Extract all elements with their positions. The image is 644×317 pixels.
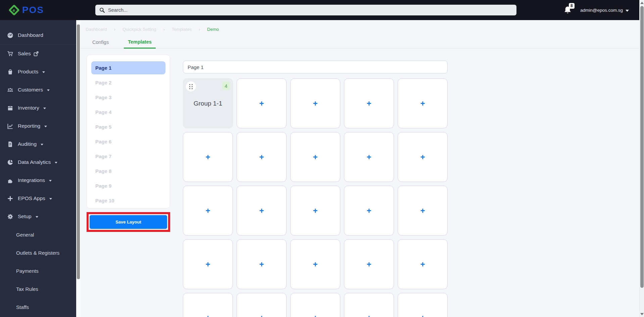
quickpick-grid: 4Group 1-1++++++++++++++++++++++++ (183, 78, 448, 317)
page-list-item-2[interactable]: Page 2 (91, 76, 165, 89)
grid-cell-empty-r4c5[interactable]: + (398, 239, 448, 289)
page-list-item-label: Page 2 (95, 80, 111, 85)
grid-cell-empty-r3c4[interactable]: + (344, 186, 394, 236)
page-list-item-9[interactable]: Page 9 (91, 179, 165, 192)
add-item-plus-icon: + (366, 206, 371, 215)
tab-bar: ConfigsTemplates (81, 36, 639, 49)
epos-logo[interactable]: e POS (10, 0, 44, 20)
plus-icon (7, 195, 13, 202)
grid-cell-empty-r3c3[interactable]: + (290, 186, 340, 236)
grid-cell-empty-r4c2[interactable]: + (237, 239, 287, 289)
grid-cell-empty-r3c2[interactable]: + (237, 186, 287, 236)
sidebar-subitem-tax-rules[interactable]: Tax Rules (0, 280, 76, 298)
breadcrumb-item-demo[interactable]: Demo (207, 27, 219, 32)
sidebar-item-inventory[interactable]: Inventory (0, 99, 76, 117)
grid-cell-empty-r4c4[interactable]: + (344, 239, 394, 289)
notifications-button[interactable]: 8 (564, 6, 572, 14)
sidebar-item-integrations[interactable]: Integrations (0, 171, 76, 189)
add-item-plus-icon: + (420, 152, 425, 162)
dashboard-icon (7, 32, 13, 39)
sidebar-scrollbar-thumb[interactable] (77, 24, 80, 279)
user-email: admin@epos.com.sg (580, 8, 623, 13)
page-list-item-1[interactable]: Page 1 (91, 61, 165, 74)
sidebar-item-label: Products (18, 69, 38, 75)
grid-cell-empty-r2c1[interactable]: + (183, 132, 233, 182)
page-list-item-5[interactable]: Page 5 (91, 120, 165, 133)
sidebar-item-data-analytics[interactable]: Data Analytics (0, 153, 76, 171)
chart-icon (7, 123, 13, 129)
add-item-plus-icon: + (420, 206, 425, 215)
sidebar-subitem-staffs[interactable]: Staffs (0, 298, 76, 316)
grid-cell-empty-r3c1[interactable]: + (183, 186, 233, 236)
sidebar-item-label: Reporting (18, 123, 40, 129)
page-list-item-label: Page 10 (95, 198, 114, 203)
page-list-item-8[interactable]: Page 8 (91, 165, 165, 178)
sidebar-item-reporting[interactable]: Reporting (0, 117, 76, 135)
add-item-plus-icon: + (259, 99, 264, 108)
sidebar-item-epos-apps[interactable]: EPOS Apps (0, 189, 76, 207)
grid-cell-empty-r2c5[interactable]: + (398, 132, 448, 182)
grid-cell-empty-r1c5[interactable]: + (398, 78, 448, 128)
page-list-item-4[interactable]: Page 4 (91, 106, 165, 119)
sidebar-subitem-outlets-registers[interactable]: Outlets & Registers (0, 244, 76, 262)
grid-cell-empty-r4c3[interactable]: + (290, 239, 340, 289)
add-item-plus-icon: + (259, 313, 264, 317)
topbar: e POS Search... 8 admin@epos.com.sg (0, 0, 644, 20)
tab-templates[interactable]: Templates (124, 36, 156, 49)
sidebar-subitem-label: Outlets & Registers (16, 250, 59, 256)
page-list-item-10[interactable]: Page 10 (91, 194, 165, 207)
page-list-item-7[interactable]: Page 7 (91, 150, 165, 163)
scrollbar-up-arrow[interactable] (640, 2, 644, 4)
grid-cell-empty-r1c4[interactable]: + (344, 78, 394, 128)
sidebar: DashboardSalesProductsCustomersInventory… (0, 20, 76, 317)
grid-cell-empty-r4c1[interactable]: + (183, 239, 233, 289)
search-input[interactable]: Search... (95, 5, 516, 15)
page-list-item-3[interactable]: Page 3 (91, 91, 165, 104)
chevron-down-icon (49, 180, 52, 182)
breadcrumb-item-templates[interactable]: Templates (172, 27, 192, 32)
page-list-item-label: Page 8 (95, 168, 111, 174)
sidebar-subitem-payments[interactable]: Payments (0, 262, 76, 280)
page-name-input[interactable] (183, 61, 448, 73)
scrollbar-down-arrow[interactable] (640, 313, 644, 315)
add-item-plus-icon: + (259, 206, 264, 215)
external-link-icon (34, 51, 39, 56)
grid-cell-empty-r3c5[interactable]: + (398, 186, 448, 236)
sidebar-item-customers[interactable]: Customers (0, 81, 76, 99)
grid-cell-empty-r5c5[interactable]: + (398, 293, 448, 317)
drag-dots-icon (189, 84, 193, 89)
drag-handle[interactable] (186, 81, 196, 91)
grid-cell-empty-r2c4[interactable]: + (344, 132, 394, 182)
add-item-plus-icon: + (366, 260, 371, 269)
grid-cell-empty-r5c4[interactable]: + (344, 293, 394, 317)
page-list-item-6[interactable]: Page 6 (91, 135, 165, 148)
chevron-down-icon (36, 216, 38, 218)
sidebar-item-label: Setup (18, 213, 32, 219)
grid-cell-empty-r1c3[interactable]: + (290, 78, 340, 128)
grid-cell-empty-r2c3[interactable]: + (290, 132, 340, 182)
window-scrollbar-thumb[interactable] (640, 6, 644, 288)
sidebar-item-auditing[interactable]: Auditing (0, 135, 76, 153)
grid-cell-empty-r5c2[interactable]: + (237, 293, 287, 317)
sidebar-item-products[interactable]: Products (0, 63, 76, 81)
sidebar-item-dashboard[interactable]: Dashboard (0, 26, 76, 44)
breadcrumb-item-quickpick-setting[interactable]: Quickpick Setting (122, 27, 156, 32)
user-menu[interactable]: admin@epos.com.sg (580, 8, 629, 13)
grid-cell-empty-r5c1[interactable]: + (183, 293, 233, 317)
chevron-down-icon (41, 144, 43, 145)
grid-cell-empty-r1c2[interactable]: + (237, 78, 287, 128)
pie-icon (7, 159, 13, 166)
save-layout-button[interactable]: Save Layout (90, 215, 167, 229)
sidebar-item-setup[interactable]: Setup (0, 207, 76, 226)
grid-cell-empty-r2c2[interactable]: + (237, 132, 287, 182)
breadcrumb-item-dashboard[interactable]: Dashboard (86, 27, 107, 32)
sidebar-item-sales[interactable]: Sales (0, 45, 76, 63)
epos-logo-text: POS (22, 5, 44, 15)
breadcrumb-separator-icon: › (114, 27, 115, 32)
sidebar-subitem-general[interactable]: General (0, 226, 76, 244)
tab-configs[interactable]: Configs (88, 36, 113, 49)
window-scrollbar (639, 0, 644, 317)
grid-cell-empty-r5c3[interactable]: + (290, 293, 340, 317)
grid-cell-group[interactable]: 4Group 1-1 (183, 78, 233, 128)
add-item-plus-icon: + (366, 152, 371, 162)
